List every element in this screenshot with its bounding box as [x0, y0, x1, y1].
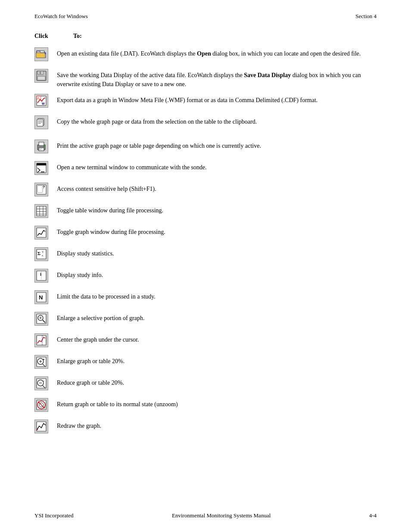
print-icon: [34, 140, 48, 153]
list-item: Redraw the graph.: [34, 420, 377, 436]
svg-text:↗: ↗: [37, 96, 39, 99]
info-description: Display study info.: [57, 269, 377, 280]
svg-text:Σ: Σ: [37, 251, 40, 256]
svg-rect-37: [37, 206, 46, 216]
svg-point-28: [44, 146, 45, 147]
col-to-label: To:: [73, 33, 82, 40]
zoom-in-description: Enlarge graph or table 20%.: [57, 355, 377, 366]
zoom-select-icon: [34, 312, 48, 326]
list-item: Open a new terminal window to communicat…: [34, 161, 377, 177]
print-description: Print the active graph page or table pag…: [57, 140, 377, 150]
terminal-icon: [34, 161, 48, 175]
svg-text:−: −: [43, 379, 45, 383]
open-description: Open an existing data file (.DAT). EcoWa…: [57, 47, 377, 58]
svg-text:Y: Y: [42, 251, 44, 253]
svg-rect-58: [37, 336, 46, 345]
unzoom-description: Return graph or table to its normal stat…: [57, 398, 377, 409]
list-item: Return graph or table to its normal stat…: [34, 398, 377, 414]
svg-text:x: x: [42, 254, 43, 257]
limit-icon: N: [34, 290, 48, 304]
terminal-description: Open a new terminal window to communicat…: [57, 161, 377, 172]
list-item: W ↗ Export data as a graph in Window Met…: [34, 94, 377, 110]
svg-rect-26: [39, 149, 42, 149]
list-item: Copy the whole graph page or data from t…: [34, 115, 377, 132]
zoom-select-description: Enlarge a selective portion of graph.: [57, 312, 377, 323]
svg-rect-19: [37, 119, 43, 126]
center-description: Center the graph under the cursor.: [57, 333, 377, 344]
list-item: − Reduce graph or table 20%.: [34, 376, 377, 393]
list-item: + Enlarge graph or table 20%.: [34, 355, 377, 371]
table-description: Toggle table window during file processi…: [57, 204, 377, 215]
header-right: Section 4: [355, 13, 377, 20]
footer-left: YSI Incorporated: [34, 512, 74, 519]
list-item: Print the active graph page or table pag…: [34, 140, 377, 156]
svg-rect-21: [38, 122, 42, 122]
svg-rect-27: [39, 149, 41, 150]
graph-description: Toggle graph window during file processi…: [57, 226, 377, 236]
column-headers: Click To:: [34, 33, 377, 40]
svg-text:W: W: [42, 102, 45, 105]
svg-rect-20: [38, 121, 42, 121]
table-icon: [34, 204, 48, 218]
export-icon: W ↗: [34, 94, 48, 108]
copy-icon: [34, 115, 48, 129]
save-icon: [34, 69, 48, 83]
help-icon: ?: [34, 183, 48, 196]
svg-text:?: ?: [43, 185, 45, 189]
info-icon: i: [34, 269, 48, 283]
footer-right: 4-4: [369, 512, 377, 519]
svg-rect-9: [39, 72, 41, 74]
zoom-out-icon: −: [34, 376, 48, 390]
list-item: N Limit the data to be processed in a st…: [34, 290, 377, 307]
svg-text:+: +: [43, 358, 45, 361]
limit-description: Limit the data to be processed in a stud…: [57, 290, 377, 301]
svg-rect-24: [39, 142, 44, 146]
svg-rect-43: [37, 228, 46, 237]
items-list: ▶ Open an existing data file (.DAT). Eco…: [34, 47, 377, 441]
list-item: Σ Y x Display study statistics.: [34, 247, 377, 264]
page-header: EcoWatch for Windows Section 4: [34, 13, 377, 20]
svg-rect-6: [36, 53, 45, 58]
list-item: i Display study info.: [34, 269, 377, 285]
list-item: Toggle table window during file processi…: [34, 204, 377, 221]
footer-center: Environmental Monitoring Systems Manual: [172, 512, 271, 519]
open-icon: ▶: [34, 47, 48, 61]
svg-rect-22: [38, 123, 41, 124]
help-description: Access context sensitive help (Shift+F1)…: [57, 183, 377, 193]
copy-description: Copy the whole graph page or data from t…: [57, 115, 377, 126]
svg-rect-30: [37, 163, 46, 165]
svg-rect-75: [37, 422, 46, 431]
save-description: Save the working Data Display of the act…: [57, 69, 377, 89]
svg-text:N: N: [39, 294, 43, 301]
svg-rect-25: [39, 148, 44, 151]
zoom-out-description: Reduce graph or table 20%.: [57, 376, 377, 387]
header-left: EcoWatch for Windows: [34, 13, 88, 20]
zoom-in-icon: +: [34, 355, 48, 369]
col-click-label: Click: [34, 33, 60, 40]
page-footer: YSI Incorporated Environmental Monitorin…: [34, 512, 377, 519]
list-item: Enlarge a selective portion of graph.: [34, 312, 377, 328]
list-item: Center the graph under the cursor.: [34, 333, 377, 350]
list-item: Save the working Data Display of the act…: [34, 69, 377, 89]
list-item: ? Access context sensitive help (Shift+F…: [34, 183, 377, 199]
center-icon: [34, 333, 48, 347]
page: EcoWatch for Windows Section 4 Click To:…: [0, 0, 411, 532]
redraw-description: Redraw the graph.: [57, 420, 377, 430]
export-description: Export data as a graph in Window Meta Fi…: [57, 94, 377, 105]
graph-icon: [34, 226, 48, 240]
svg-rect-35: [37, 186, 43, 193]
list-item: ▶ Open an existing data file (.DAT). Eco…: [34, 47, 377, 64]
stats-description: Display study statistics.: [57, 247, 377, 258]
svg-rect-10: [37, 76, 45, 80]
list-item: Toggle graph window during file processi…: [34, 226, 377, 242]
redraw-icon: [34, 420, 48, 433]
unzoom-icon: [34, 398, 48, 412]
stats-icon: Σ Y x: [34, 247, 48, 261]
svg-text:i: i: [40, 271, 41, 277]
